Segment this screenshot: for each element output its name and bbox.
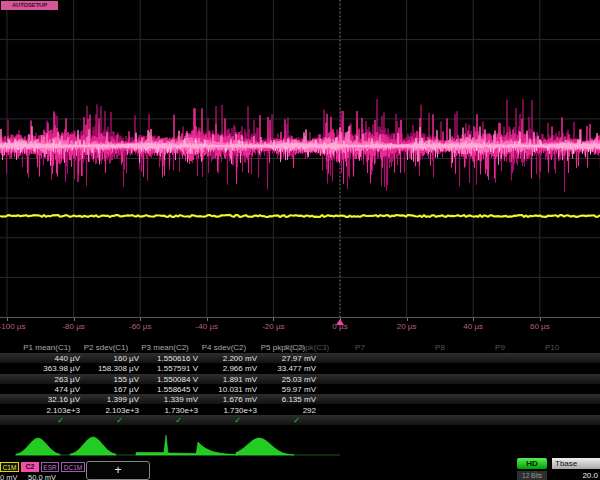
table-cell: 158.308 µV [73,364,139,373]
table-cell: 363.98 µV [14,364,80,373]
status-check: ✓ [250,416,300,425]
table-cell: 2.103e+3 [73,406,139,415]
time-axis-tick [7,318,8,321]
time-axis-tick [540,318,541,321]
table-cell: 1.676 mV [191,395,257,404]
time-axis-label: 60 µs [530,322,550,331]
time-axis-label: -100 µs [0,322,25,331]
status-check: ✓ [132,416,182,425]
waveform-grid [0,0,600,318]
histicon[interactable] [236,438,294,455]
param-header-inactive[interactable]: P8 [435,343,445,352]
table-cell: 167 µV [73,385,139,394]
table-cell: 2.103e+3 [14,406,80,415]
param-header-P1[interactable]: P1 mean(C1) [14,343,80,352]
top-left-badge[interactable]: AUTOSETUP [1,1,58,10]
table-cell: 1.730e+3 [132,406,198,415]
oscilloscope-screen: AUTOSETUP -100 µs-80 µs-60 µs-40 µs-20 µ… [0,0,600,480]
histicon[interactable] [70,437,116,455]
table-cell: 292 [250,406,316,415]
c2-esr-badge: ESR [41,462,59,472]
timebase-value: 20.0 [570,471,598,480]
param-header-inactive[interactable]: P10 [545,343,559,352]
table-cell: 32.16 µV [14,395,80,404]
resolution-label: 12 Bits [517,471,547,480]
table-cell: 1.550084 V [132,375,198,384]
time-axis-label: -60 µs [129,322,151,331]
table-cell: 1.730e+3 [191,406,257,415]
time-axis-tick [273,318,274,321]
table-cell: 27.97 mV [250,354,316,363]
c1-descriptor-chip[interactable]: C1M [0,462,19,472]
hd-mode-badge[interactable]: HD [517,458,547,469]
measurement-table: P1 mean(C1)P2 sdev(C1)P3 mean(C2)P4 sdev… [0,342,600,428]
c2-descriptor-chip[interactable]: C2 [21,462,39,472]
histicon[interactable] [16,438,60,455]
time-axis-tick [74,318,75,321]
table-cell: 263 µV [14,375,80,384]
c1-scale-value: 0 mV [0,473,18,480]
param-header-inactive[interactable]: P6 pkpk(C3) [285,343,329,352]
c2-scale-value: 50.0 mV [28,473,78,480]
table-cell: 1.558645 V [132,385,198,394]
time-axis-tick [473,318,474,321]
timebase-chip[interactable]: Tbase [552,458,600,469]
table-cell: 1.399 µV [73,395,139,404]
table-cell: 1.891 mV [191,375,257,384]
table-cell: 160 µV [73,354,139,363]
time-axis-tick [140,318,141,321]
time-axis: -100 µs-80 µs-60 µs-40 µs-20 µs0 µs20 µs… [0,317,600,338]
add-trace-button[interactable]: + [86,461,150,480]
status-check: ✓ [14,416,64,425]
table-cell: 2.966 mV [191,364,257,373]
histicon[interactable] [196,442,238,455]
status-check: ✓ [73,416,123,425]
time-axis-tick [207,318,208,321]
table-cell: 6.135 mV [250,395,316,404]
table-cell: 1.339 mV [132,395,198,404]
time-axis-label: -20 µs [262,322,284,331]
param-header-P4[interactable]: P4 sdev(C2) [191,343,257,352]
time-axis-tick [407,318,408,321]
status-check: ✓ [191,416,241,425]
table-cell: 33.477 mV [250,364,316,373]
time-axis-label: 40 µs [463,322,483,331]
param-header-P2[interactable]: P2 sdev(C1) [73,343,139,352]
table-cell: 2.200 mV [191,354,257,363]
parameter-histicons [0,428,600,460]
table-cell: 1.557591 V [132,364,198,373]
table-cell: 474 µV [14,385,80,394]
param-header-P3[interactable]: P3 mean(C2) [132,343,198,352]
c2-coupling-badge: DC1M [61,462,85,472]
table-cell: 59.97 mV [250,385,316,394]
table-cell: 10.031 mV [191,385,257,394]
table-cell: 1.550616 V [132,354,198,363]
trigger-position-marker[interactable] [336,319,344,325]
time-axis-label: -80 µs [62,322,84,331]
time-axis-label: 20 µs [397,322,417,331]
histicon[interactable] [136,435,196,455]
table-cell: 25.03 mV [250,375,316,384]
param-header-inactive[interactable]: P7 [355,343,365,352]
bottom-bar: C1M 0 mV C2 ESR DC1M 50.0 mV + HD 12 Bit… [0,460,600,480]
time-axis-label: -40 µs [196,322,218,331]
table-cell: 440 µV [14,354,80,363]
param-header-inactive[interactable]: P9 [495,343,505,352]
table-cell: 155 µV [73,375,139,384]
